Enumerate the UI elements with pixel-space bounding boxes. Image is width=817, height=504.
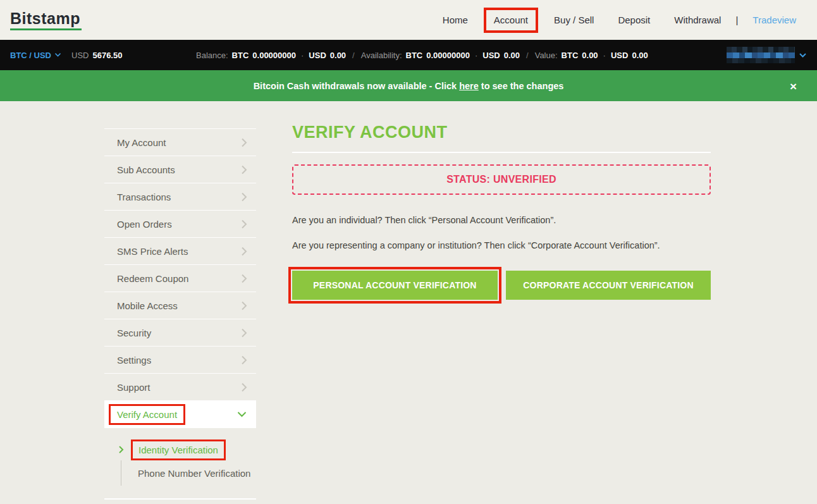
- chevron-down-icon: [236, 411, 247, 418]
- currency-pair-selector[interactable]: BTC / USD: [10, 51, 61, 60]
- nav-withdrawal[interactable]: Withdrawal: [674, 15, 721, 25]
- nav-buy-sell[interactable]: Buy / Sell: [554, 15, 594, 25]
- title-divider: [292, 152, 711, 153]
- sidebar-item-label: Mobile Access: [117, 300, 241, 311]
- slash-separator: /: [524, 51, 531, 60]
- banner-text-before: Bitcoin Cash withdrawals now available -…: [254, 81, 460, 91]
- chevron-right-icon: [241, 328, 247, 338]
- chevron-right-icon: [241, 382, 247, 393]
- chevron-right-icon: [241, 192, 247, 202]
- sidebar-item-open-orders[interactable]: Open Orders: [104, 211, 256, 238]
- individual-instruction-text: Are you an individual? Then click “Perso…: [292, 215, 556, 225]
- chevron-right-icon: [241, 300, 247, 311]
- annotation-box-verify-account: Verify Account: [109, 404, 185, 425]
- balance-usd-value: 0.00: [330, 51, 346, 60]
- sidebar-item-redeem-coupon[interactable]: Redeem Coupon: [104, 265, 256, 292]
- account-sidebar: My Account Sub Accounts Transactions Ope…: [104, 101, 256, 500]
- page-title: VERIFY ACCOUNT: [292, 123, 448, 142]
- nav-home[interactable]: Home: [443, 15, 468, 25]
- sidebar-item-sub-accounts[interactable]: Sub Accounts: [104, 156, 256, 183]
- annotation-box-personal-button: PERSONAL ACCOUNT VERIFICATION: [288, 267, 501, 304]
- banner-here-link[interactable]: here: [459, 81, 479, 91]
- subitem-label: Phone Number Verification: [138, 468, 250, 479]
- banner-text: Bitcoin Cash withdrawals now available -…: [254, 81, 564, 91]
- sidebar-item-label: Redeem Coupon: [117, 273, 241, 284]
- user-menu[interactable]: [727, 40, 807, 70]
- chevron-right-icon: [241, 273, 247, 284]
- balance-usd-label: USD: [309, 51, 326, 60]
- nav-deposit[interactable]: Deposit: [618, 15, 650, 25]
- currency-pair-label: BTC / USD: [10, 51, 51, 60]
- sidebar-item-sms-price-alerts[interactable]: SMS Price Alerts: [104, 238, 256, 265]
- nav-tradeview[interactable]: Tradeview: [752, 15, 796, 25]
- sidebar-item-label: Verify Account: [117, 409, 177, 420]
- nav-account[interactable]: Account: [494, 15, 528, 25]
- main-nav: Home Account Buy / Sell Deposit Withdraw…: [431, 0, 808, 40]
- annotation-box-identity-verification: Identity Verification: [131, 439, 226, 460]
- verify-account-submenu: Identity Verification Phone Number Verif…: [104, 439, 256, 486]
- corporate-account-verification-button[interactable]: CORPORATE ACCOUNT VERIFICATION: [506, 271, 711, 300]
- availability-btc-value: 0.00000000: [426, 51, 470, 60]
- price-value: 5676.50: [92, 51, 122, 60]
- availability-btc-label: BTC: [406, 51, 423, 60]
- balance-btc-value: 0.00000000: [252, 51, 296, 60]
- sidebar-item-label: Security: [117, 328, 241, 338]
- value-usd-label: USD: [611, 51, 628, 60]
- balance-label: Balance:: [196, 51, 228, 60]
- availability-label: Availability:: [361, 51, 402, 60]
- balance-btc-label: BTC: [232, 51, 249, 60]
- sidebar-item-label: Settings: [117, 355, 241, 366]
- sidebar-divider: [104, 498, 256, 500]
- subitem-phone-number-verification[interactable]: Phone Number Verification: [121, 460, 256, 486]
- chevron-right-icon: [241, 219, 247, 230]
- verify-account-panel: VERIFY ACCOUNT STATUS: UNVERIFIED Are yo…: [292, 101, 711, 504]
- chevron-down-icon: [54, 52, 61, 58]
- sidebar-item-label: Sub Accounts: [117, 164, 241, 175]
- subitem-label: Identity Verification: [138, 445, 218, 455]
- chevron-right-icon: [118, 445, 124, 454]
- dot-separator: ·: [474, 51, 479, 60]
- sidebar-list: My Account Sub Accounts Transactions Ope…: [104, 128, 256, 428]
- bitstamp-logo[interactable]: Bitstamp: [10, 9, 82, 30]
- ticker-bar: BTC / USD USD 5676.50 Balance: BTC 0.000…: [0, 40, 817, 70]
- close-icon[interactable]: ×: [790, 80, 797, 92]
- availability-usd-label: USD: [482, 51, 500, 60]
- sidebar-item-label: Transactions: [117, 192, 241, 202]
- sidebar-item-security[interactable]: Security: [104, 319, 256, 347]
- annotation-box-account: Account: [484, 8, 538, 33]
- sidebar-item-verify-account[interactable]: Verify Account: [104, 401, 256, 428]
- sidebar-item-my-account[interactable]: My Account: [104, 129, 256, 156]
- dot-separator: ·: [300, 51, 305, 60]
- corporate-instruction-text: Are you representing a company or instit…: [292, 240, 660, 250]
- value-label: Value:: [535, 51, 558, 60]
- balances-group: Balance: BTC 0.00000000 · USD 0.00 / Ava…: [196, 40, 648, 70]
- subitem-identity-verification[interactable]: Identity Verification: [118, 439, 256, 460]
- value-btc-label: BTC: [562, 51, 579, 60]
- chevron-right-icon: [241, 164, 247, 175]
- sidebar-item-label: My Account: [117, 137, 241, 148]
- sidebar-item-transactions[interactable]: Transactions: [104, 183, 256, 211]
- dot-separator: ·: [602, 51, 607, 60]
- nav-divider: |: [735, 15, 738, 25]
- value-usd-value: 0.00: [632, 51, 648, 60]
- sidebar-item-support[interactable]: Support: [104, 374, 256, 401]
- chevron-right-icon: [241, 355, 247, 366]
- banner-text-after: to see the changes: [479, 81, 564, 91]
- chevron-right-icon: [241, 137, 247, 148]
- personal-account-verification-button[interactable]: PERSONAL ACCOUNT VERIFICATION: [292, 271, 498, 300]
- slash-separator: /: [350, 51, 357, 60]
- sidebar-item-mobile-access[interactable]: Mobile Access: [104, 292, 256, 319]
- sidebar-item-label: Open Orders: [117, 219, 241, 230]
- top-header: Bitstamp Home Account Buy / Sell Deposit…: [0, 0, 817, 40]
- value-btc-value: 0.00: [582, 51, 598, 60]
- pair-selector-group: BTC / USD USD 5676.50: [10, 40, 122, 70]
- sidebar-item-label: SMS Price Alerts: [117, 246, 241, 257]
- sidebar-item-settings[interactable]: Settings: [104, 347, 256, 374]
- verification-status-box: STATUS: UNVERIFIED: [292, 164, 711, 195]
- sidebar-item-label: Support: [117, 382, 241, 393]
- username-redacted: [727, 47, 795, 63]
- status-badge: STATUS: UNVERIFIED: [446, 174, 556, 185]
- chevron-right-icon: [241, 246, 247, 257]
- announcement-banner: Bitcoin Cash withdrawals now available -…: [0, 70, 817, 101]
- chevron-down-icon: [799, 52, 807, 58]
